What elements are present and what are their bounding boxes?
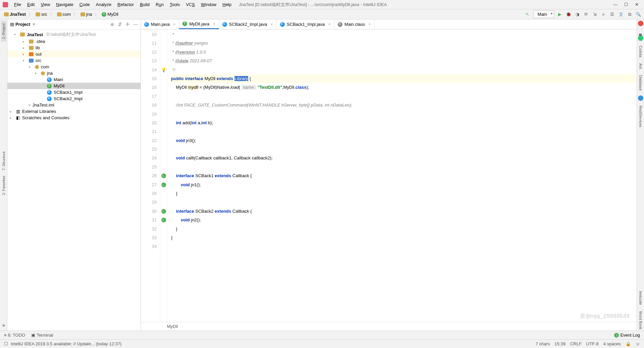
project-label[interactable]: Project	[15, 22, 30, 27]
hide-icon[interactable]: —	[133, 22, 138, 27]
menu-window[interactable]: Window	[198, 1, 219, 8]
close-button[interactable]: ✕	[635, 2, 639, 7]
assistant-icon[interactable]	[638, 21, 643, 26]
tab-scback1[interactable]: SCBack1_Impl.java×	[277, 19, 334, 29]
implements-icon[interactable]: I↓	[161, 209, 166, 214]
status-line-ending[interactable]: CRLF	[570, 341, 582, 346]
tree-jna[interactable]: ▾jna	[7, 70, 141, 76]
minimize-button[interactable]: —	[613, 2, 618, 7]
editor-breadcrumb[interactable]: MyDll	[141, 322, 637, 331]
right-tab-codota[interactable]: Codota	[639, 44, 643, 59]
interface-icon	[182, 21, 187, 26]
search-icon[interactable]: 🔍	[635, 11, 641, 17]
implements-icon[interactable]: I↓	[161, 173, 166, 178]
layout-icon[interactable]: ⧉	[627, 11, 633, 17]
menu-code[interactable]: Code	[77, 1, 93, 8]
bottom-tab-terminal[interactable]: ▣ Terminal	[31, 333, 53, 338]
coverage-button[interactable]: ◑	[574, 11, 580, 17]
settings-icon[interactable]: ✢	[126, 22, 129, 27]
menu-view[interactable]: View	[38, 1, 53, 8]
locate-icon[interactable]: ⊕	[110, 22, 114, 27]
run-config-select[interactable]: Main	[533, 10, 554, 18]
menu-analyze[interactable]: Analyze	[93, 1, 114, 8]
tab-mydll-java[interactable]: MyDll.java×	[179, 19, 219, 29]
tree-main[interactable]: Main	[7, 76, 141, 83]
editor-body[interactable]: 1011121314151617181920212223242526272829…	[141, 29, 637, 322]
attach-button[interactable]: ⇲	[592, 11, 598, 17]
right-tab-wordbook[interactable]: Word Book	[639, 310, 643, 331]
menu-navigate[interactable]: Navigate	[53, 1, 76, 8]
star-icon[interactable]: ★	[2, 323, 6, 328]
tree-mydll[interactable]: MyDll	[7, 83, 141, 89]
tree-com[interactable]: ▾com	[7, 64, 141, 70]
tree-scback1[interactable]: SCBack1_Impl	[7, 89, 141, 95]
tree-scratches[interactable]: ▸◧Scratches and Consoles	[7, 115, 141, 121]
close-icon[interactable]: ×	[213, 21, 215, 26]
right-tab-rest[interactable]: RestServices	[639, 104, 643, 129]
tab-main-class[interactable]: Main.class×	[334, 19, 375, 29]
tree-root[interactable]: ▾JnaTestD:\wbst\临时文件\JnaTest	[7, 31, 141, 38]
run-button[interactable]: ▶	[557, 11, 563, 17]
back-icon[interactable]: ↖	[525, 11, 531, 17]
menu-run[interactable]: Run	[153, 1, 166, 8]
status-position[interactable]: 15:39	[554, 341, 566, 346]
bottom-tab-todo[interactable]: ≡ 6: TODO	[4, 333, 25, 338]
crumb-project[interactable]: JnaTest	[3, 11, 27, 17]
right-tab-assistant[interactable]: 开发助手	[638, 29, 643, 32]
tree-lib[interactable]: ▸lib	[7, 45, 141, 51]
code-text[interactable]: * * @author yangsx * @version 1.0.0 * @d…	[167, 29, 637, 322]
collapse-icon[interactable]: ⇵	[118, 22, 122, 27]
menu-refactor[interactable]: Refactor	[115, 1, 137, 8]
bulb-icon[interactable]: 💡	[161, 67, 166, 72]
close-icon[interactable]: ×	[270, 22, 273, 27]
close-icon[interactable]: ×	[173, 22, 176, 27]
tree-iml[interactable]: ▫JnaTest.iml	[7, 102, 141, 108]
crumb-src[interactable]: src	[34, 11, 48, 17]
status-indent[interactable]: 4 spaces	[603, 341, 621, 346]
right-tab-leetcode[interactable]: leetcode	[639, 290, 643, 306]
tab-scback2[interactable]: SCBack2_Impl.java×	[219, 19, 277, 29]
left-tab-project[interactable]: 1: Project	[1, 21, 6, 42]
tree-src[interactable]: ▾src	[7, 57, 141, 64]
right-tab-database[interactable]: Database	[639, 74, 643, 92]
event-log-button[interactable]: 1Event Log	[614, 333, 640, 338]
close-icon[interactable]: ×	[368, 22, 371, 27]
status-message[interactable]: IntelliJ IDEA 2019.3.5 available: // Upd…	[11, 341, 531, 346]
maximize-button[interactable]: ☐	[624, 2, 628, 7]
debug-button[interactable]: 🐞	[566, 11, 572, 17]
status-inspector-icon[interactable]: ☺	[636, 341, 640, 346]
profile-button[interactable]: ⟳	[583, 11, 589, 17]
menu-file[interactable]: File	[11, 1, 24, 8]
left-tab-favorites[interactable]: 2: Favorites	[1, 173, 6, 198]
implements-icon[interactable]: I↓	[161, 218, 166, 222]
crumb-jna[interactable]: jna	[79, 11, 93, 17]
left-tab-structure[interactable]: 7: Structure	[1, 149, 6, 173]
crumb-file[interactable]: MyDll	[100, 11, 120, 17]
menu-vcs[interactable]: VCS	[183, 1, 198, 8]
project-tree[interactable]: ▾JnaTestD:\wbst\临时文件\JnaTest ▸.idea ▸lib…	[7, 29, 141, 331]
stop-button[interactable]: ■	[600, 11, 606, 17]
status-encoding[interactable]: UTF-8	[586, 341, 599, 346]
tree-out[interactable]: ▸out	[7, 51, 141, 57]
status-lock-icon[interactable]: 🔒	[626, 341, 631, 346]
structure-icon[interactable]: ☰	[609, 11, 615, 17]
tree-scback2[interactable]: SCBack2_Impl	[7, 95, 141, 102]
rest-icon[interactable]	[638, 95, 643, 101]
translate-icon[interactable]: 文	[618, 11, 624, 17]
crumb-com[interactable]: com	[56, 11, 72, 17]
gutter-marks: 💡 I↓ I↓ I↓ I↓	[160, 29, 167, 322]
right-tab-ant[interactable]: Ant	[639, 62, 643, 70]
class-icon	[338, 22, 342, 27]
chevron-down-icon[interactable]: ▼	[32, 22, 36, 26]
close-icon[interactable]: ×	[328, 22, 331, 27]
tree-idea[interactable]: ▸.idea	[7, 38, 141, 45]
menu-edit[interactable]: Edit	[24, 1, 37, 8]
menu-build[interactable]: Build	[137, 1, 152, 8]
tree-ext-lib[interactable]: ▸▥External Libraries	[7, 108, 141, 115]
status-icon[interactable]: ☐	[4, 341, 8, 346]
codota-icon[interactable]	[638, 36, 643, 41]
implements-icon[interactable]: I↓	[161, 183, 166, 187]
tab-main-java[interactable]: Main.java×	[141, 19, 179, 29]
menu-tools[interactable]: Tools	[167, 1, 182, 8]
menu-help[interactable]: Help	[220, 1, 234, 8]
